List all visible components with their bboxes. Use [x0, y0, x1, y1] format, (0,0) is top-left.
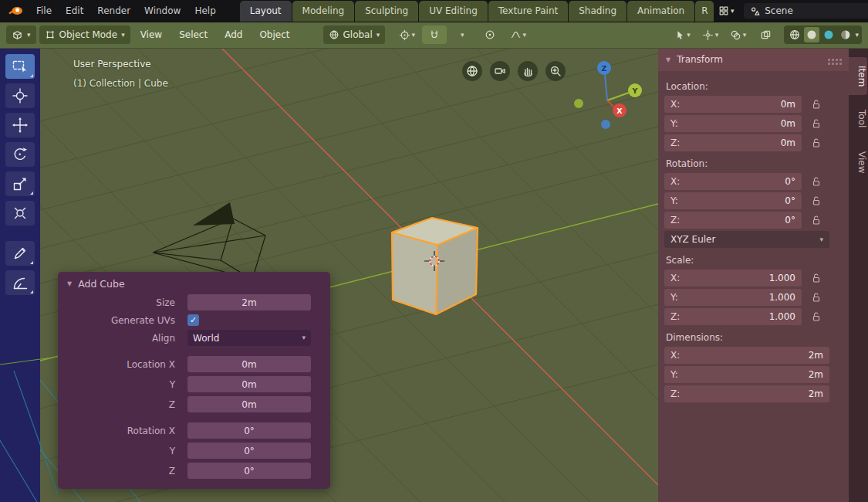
location-y-field[interactable]: Y: 0m — [664, 115, 802, 132]
xray-toggle[interactable] — [753, 25, 778, 44]
dimensions-y-field[interactable]: Y: 2m — [664, 366, 829, 383]
tab-sculpting[interactable]: Sculpting — [355, 1, 418, 22]
align-dropdown[interactable]: World ▾ — [187, 330, 311, 346]
menu-render[interactable]: Render — [90, 0, 137, 22]
lock-location-z-button[interactable] — [809, 136, 823, 150]
location-x-field[interactable]: X: 0m — [664, 96, 802, 113]
zoom-view-button[interactable] — [545, 61, 566, 81]
gizmo-neg-z-dot[interactable] — [601, 120, 610, 129]
dimensions-z-field[interactable]: Z: 2m — [664, 385, 829, 402]
lock-scale-y-button[interactable] — [809, 290, 823, 304]
tool-transform[interactable] — [5, 201, 35, 226]
panel-grip-icon[interactable] — [828, 59, 830, 61]
pivot-point-button[interactable]: ▾ — [394, 25, 419, 44]
show-object-types-button[interactable]: ▾ — [670, 25, 694, 44]
rotation-x-field[interactable]: 0° — [187, 422, 311, 439]
lock-rotation-x-button[interactable] — [809, 175, 823, 188]
orthographic-toggle-button[interactable] — [462, 61, 482, 81]
sidebar-tab-tool[interactable]: Tool — [849, 101, 867, 136]
scale-y-field[interactable]: Y: 1.000 — [664, 289, 802, 306]
lock-rotation-y-button[interactable] — [809, 194, 823, 208]
camera-view-button[interactable] — [490, 61, 510, 81]
align-value: World — [193, 333, 219, 344]
chevron-down-icon: ▾ — [377, 32, 380, 39]
tool-annotate[interactable] — [5, 241, 35, 266]
location-x-field[interactable]: 0m — [187, 356, 311, 372]
mode-label: Object Mode — [59, 29, 118, 40]
menu-edit[interactable]: Edit — [59, 0, 90, 22]
add-cube-title: Add Cube — [78, 278, 124, 290]
tab-texture-paint[interactable]: Texture Paint — [488, 1, 568, 22]
menu-object[interactable]: Object — [252, 22, 296, 48]
lock-location-x-button[interactable] — [809, 97, 823, 111]
chevron-down-icon: ▾ — [855, 32, 859, 39]
tool-measure[interactable] — [5, 270, 35, 295]
tab-rendering-truncated[interactable]: R — [695, 1, 714, 22]
add-cube-panel-header[interactable]: ▼ Add Cube — [58, 272, 330, 294]
tool-move[interactable] — [5, 113, 35, 137]
rotation-y-field[interactable]: 0° — [187, 443, 311, 459]
tab-layout[interactable]: Layout — [240, 1, 292, 22]
rotation-z-field[interactable]: Z: 0° — [664, 212, 802, 229]
snap-settings-button[interactable]: ▾ — [450, 25, 475, 44]
scale-x-field[interactable]: X: 1.000 — [664, 270, 802, 287]
menu-add[interactable]: Add — [218, 22, 249, 48]
axis-value: 1.000 — [769, 311, 795, 322]
gizmo-neg-y-dot[interactable] — [574, 99, 583, 108]
rotation-y-row: Y: 0° — [664, 192, 843, 209]
rotation-y-field[interactable]: Y: 0° — [664, 192, 802, 209]
tool-scale[interactable] — [5, 171, 35, 196]
lock-scale-z-button[interactable] — [809, 310, 823, 324]
tool-select-box[interactable] — [5, 54, 35, 79]
location-z-field[interactable]: 0m — [187, 396, 311, 412]
browse-scene-button[interactable]: ▾ — [714, 2, 738, 20]
tool-rotate[interactable] — [5, 142, 35, 167]
rotation-x-field[interactable]: X: 0° — [664, 173, 802, 190]
editor-type-button[interactable]: ▾ — [6, 25, 36, 44]
menu-select[interactable]: Select — [172, 22, 214, 48]
grid-sphere-icon — [466, 65, 478, 77]
dimensions-x-field[interactable]: X: 2m — [664, 347, 829, 364]
rotation-z-field[interactable]: 0° — [187, 463, 311, 479]
transform-panel-header[interactable]: ▼ Transform — [658, 48, 849, 71]
menu-help[interactable]: Help — [187, 0, 222, 22]
snap-toggle[interactable] — [422, 25, 447, 44]
mode-selector[interactable]: Object Mode ▾ — [39, 25, 130, 44]
tab-shading[interactable]: Shading — [569, 1, 627, 22]
location-x-row: X: 0m — [664, 96, 843, 113]
shading-rendered-button[interactable] — [838, 27, 853, 42]
proportional-edit-toggle[interactable] — [478, 25, 502, 44]
gizmos-button[interactable]: ▾ — [697, 25, 722, 44]
overlays-button[interactable]: ▾ — [725, 25, 750, 44]
tool-cursor[interactable] — [5, 83, 35, 108]
location-y-field[interactable]: 0m — [187, 376, 311, 392]
size-field[interactable]: 2m — [187, 294, 311, 310]
tab-uv-editing[interactable]: UV Editing — [419, 1, 488, 22]
menu-view[interactable]: View — [133, 22, 169, 48]
navigation-gizmo[interactable]: Z Y X — [574, 61, 642, 129]
lock-rotation-z-button[interactable] — [809, 213, 823, 227]
blender-logo-icon[interactable] — [0, 5, 29, 16]
zoom-plus-icon — [549, 65, 562, 77]
rotation-mode-dropdown[interactable]: XYZ Euler ▾ — [664, 231, 829, 248]
lock-scale-x-button[interactable] — [809, 271, 823, 285]
sidebar-tab-item[interactable]: Item — [849, 57, 867, 95]
location-section-label: Location: — [666, 81, 841, 92]
shading-solid-button[interactable] — [804, 27, 819, 42]
shading-material-button[interactable] — [821, 27, 836, 42]
sidebar-tab-view[interactable]: View — [849, 143, 867, 181]
lock-location-y-button[interactable] — [809, 117, 823, 131]
transform-icon — [11, 204, 29, 222]
menu-file[interactable]: File — [29, 0, 59, 22]
generate-uvs-checkbox[interactable]: ✓ — [187, 314, 199, 326]
transform-orientation-selector[interactable]: Global ▾ — [323, 25, 386, 44]
tab-modeling[interactable]: Modeling — [292, 1, 355, 22]
shading-wireframe-button[interactable] — [787, 27, 802, 42]
menu-window[interactable]: Window — [137, 0, 187, 22]
tab-animation[interactable]: Animation — [627, 1, 694, 22]
scene-selector[interactable]: Scene — [744, 3, 868, 19]
location-z-field[interactable]: Z: 0m — [664, 134, 802, 151]
scale-z-field[interactable]: Z: 1.000 — [664, 308, 802, 325]
proportional-falloff-button[interactable]: ▾ — [505, 25, 530, 44]
pan-view-button[interactable] — [518, 61, 538, 81]
